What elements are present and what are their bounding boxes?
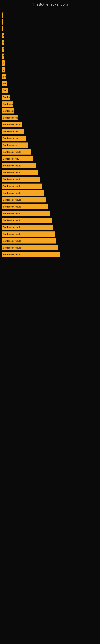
bottleneck-bar: Bottleneck result <box>2 245 58 250</box>
bar-row: Bo <box>2 81 98 86</box>
bar-label: Bottleneck result <box>3 219 21 222</box>
bar-label: Bottleneck result <box>3 185 21 187</box>
bottleneck-bar: Bottleneck result <box>2 149 31 154</box>
bar-label: Bottleneck result <box>3 212 21 215</box>
bottleneck-bar: Bottleneck result <box>2 190 44 196</box>
bar-label: Bott <box>3 76 6 78</box>
bottleneck-bar: Bottleneck result <box>2 218 51 223</box>
bar-row: Bottleneck result <box>2 197 98 203</box>
bottleneck-bar: B <box>2 47 4 52</box>
bar-row: B <box>2 40 98 45</box>
bottleneck-bar: Bottleneck result <box>2 204 48 209</box>
bottleneck-bar: Bottleneck result <box>2 252 60 257</box>
bar-label: Bottleneck result <box>3 151 21 153</box>
bar-row: Bott <box>2 88 98 93</box>
bar-row: Bottleneck resu <box>2 156 98 162</box>
bar-label: Bottleneck result <box>3 226 21 228</box>
site-title: TheBottlenecker.com <box>0 0 100 8</box>
bottleneck-bar: Bottleneck res <box>2 129 24 134</box>
bottleneck-bar: Bottleneck result <box>2 232 55 237</box>
bottleneck-bar: B <box>2 54 4 59</box>
bar-label: Bo <box>3 82 6 85</box>
bar-row: Bottleneck result <box>2 231 98 237</box>
bottleneck-bar: Bottleneck re <box>2 102 13 107</box>
bar-row: Bottleneck <box>2 108 98 114</box>
bottleneck-bar: B <box>2 33 3 38</box>
bar-row: Bottleneck result <box>2 204 98 210</box>
bottleneck-bar: Bottleneck result <box>2 177 40 182</box>
bar-row: Bottleneck res <box>2 115 98 120</box>
bar-label: Bottleneck <box>3 110 14 112</box>
bottleneck-bar: Bo <box>2 67 5 72</box>
bar-row: Bo <box>2 67 98 73</box>
bar-label: Bottleneck result <box>3 178 21 180</box>
bar-row: Bottleneck result <box>2 218 98 223</box>
bar-label: Bottleneck result <box>3 240 21 242</box>
bar-row: B <box>2 53 98 59</box>
bar-row <box>2 19 98 25</box>
bar-row: Bottleneck result <box>2 163 98 168</box>
bar-row: Bott <box>2 74 98 80</box>
bar-label: Bottlene <box>3 96 10 98</box>
bottleneck-bar: Bottleneck res <box>2 115 18 120</box>
bar-row: Bottleneck result <box>2 170 98 175</box>
bottleneck-bar: Bott <box>2 88 8 93</box>
bar-label: Bottleneck result <box>3 246 21 249</box>
bar-row: Bottleneck result <box>2 252 98 258</box>
bottleneck-bar: Bottleneck result <box>2 238 56 244</box>
bar-row: B <box>2 46 98 52</box>
bar-row: Bottleneck re <box>2 142 98 148</box>
bar-row: Bottleneck re <box>2 101 98 107</box>
bar-row <box>2 26 98 32</box>
bottleneck-bar: Bottleneck result <box>2 122 22 127</box>
bar-label: Bottleneck result <box>3 192 21 194</box>
bottleneck-bar: B <box>2 40 4 45</box>
bar-label: Bottleneck resu <box>3 137 19 140</box>
bar-label: Bottleneck res <box>3 130 18 132</box>
bar-label: Bottleneck resu <box>3 158 19 160</box>
bar-label: B <box>3 41 4 44</box>
bar-row: B <box>2 33 98 38</box>
bar-row: Bottleneck result <box>2 122 98 128</box>
bar-row: B <box>2 60 98 66</box>
bar-row: Bottleneck resu <box>2 136 98 141</box>
bar-label: Bottleneck result <box>3 233 21 235</box>
bar-row: Bottleneck result <box>2 238 98 244</box>
bar-row: Bottleneck result <box>2 176 98 182</box>
bottleneck-bar: Bo <box>2 81 7 86</box>
bottleneck-bar: Bottleneck result <box>2 197 46 202</box>
bottleneck-bar: Bottleneck resu <box>2 156 33 162</box>
bar-label: Bottleneck re <box>3 144 17 146</box>
bar-row: Bottleneck result <box>2 211 98 216</box>
bottleneck-bar: Bottleneck resu <box>2 136 26 141</box>
bottleneck-bar: Bottleneck result <box>2 211 50 216</box>
bar-row: Bottleneck result <box>2 245 98 250</box>
bar-row: Bottleneck result <box>2 224 98 230</box>
bar-label: Bottleneck result <box>3 199 21 201</box>
bar-label: Bottleneck res <box>3 116 18 119</box>
bottleneck-bar <box>2 19 3 24</box>
bottleneck-bar: Bottleneck result <box>2 170 38 175</box>
bottleneck-bar: Bottleneck re <box>2 142 28 148</box>
bottleneck-bar: Bott <box>2 74 6 79</box>
bottleneck-bar <box>2 12 3 18</box>
bar-label: Bottleneck result <box>3 171 21 174</box>
bar-row: Bottleneck result <box>2 183 98 189</box>
bottleneck-bar: Bottleneck result <box>2 184 42 189</box>
bar-row: Bottleneck result <box>2 149 98 155</box>
bar-row: Bottleneck result <box>2 190 98 196</box>
bar-label: Bottleneck re <box>3 103 13 105</box>
bar-label: B <box>3 48 4 50</box>
bar-label: Bottleneck result <box>3 164 21 167</box>
bar-label: Bottleneck result <box>3 206 21 208</box>
bottleneck-bar <box>2 26 3 32</box>
bar-label: Bo <box>3 69 5 71</box>
bar-row: Bottlene <box>2 94 98 100</box>
bar-row <box>2 12 98 18</box>
bottleneck-bar: Bottleneck <box>2 108 14 114</box>
bottleneck-bar: B <box>2 60 5 66</box>
bar-row: Bottleneck res <box>2 128 98 134</box>
bar-label: Bott <box>3 89 7 92</box>
bar-label: B <box>3 62 4 64</box>
bar-label: Bottleneck result <box>3 253 21 256</box>
